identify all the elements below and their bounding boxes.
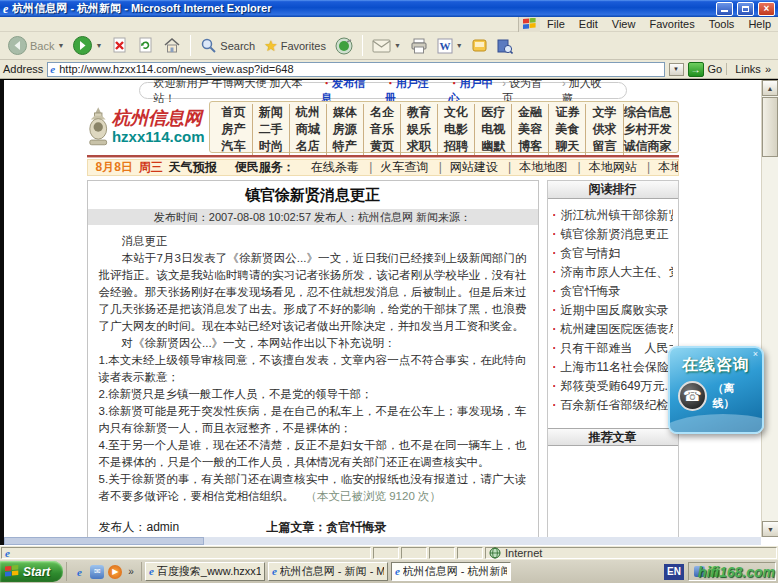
nav-link[interactable]: 金融 [512, 104, 549, 121]
nav-link[interactable]: 娱乐 [401, 121, 438, 138]
nav-link[interactable]: 乡村开发 [624, 121, 672, 138]
horizontal-scrollbar[interactable] [4, 537, 761, 545]
nav-link[interactable]: 综合信息 [624, 104, 672, 121]
refresh-button[interactable] [134, 36, 157, 55]
nav-link[interactable]: 电影 [438, 121, 475, 138]
service-link[interactable]: 在线杀毒 [307, 159, 376, 176]
site-logo[interactable]: 杭州信息网 hzxx114.com [87, 101, 205, 153]
nav-link[interactable]: 博客 [512, 138, 549, 155]
nav-link[interactable]: 黄页 [364, 138, 401, 155]
scroll-up-icon[interactable]: ▲ [762, 80, 778, 96]
close-button[interactable]: × [758, 2, 775, 16]
nav-link[interactable]: 二手 [253, 121, 290, 138]
nav-link[interactable]: 招聘 [438, 138, 475, 155]
ranking-article-link[interactable]: 贪官与情妇 [553, 245, 673, 261]
taskbar-window-button[interactable]: e 百度搜索_www.hzxx11... [145, 562, 265, 581]
ranking-article-link[interactable]: 镇官徐新贤消息更正 [553, 226, 673, 242]
nav-link[interactable]: 文学 [586, 104, 623, 121]
nav-link[interactable]: 特产 [327, 138, 364, 155]
forward-button[interactable]: ▼ [70, 35, 105, 56]
mail-dropdown-icon[interactable]: ▼ [394, 42, 401, 49]
nav-link[interactable]: 音乐 [364, 121, 401, 138]
quick-launch-mail-icon[interactable]: ✉ [90, 565, 104, 579]
nav-link[interactable]: 媒体 [327, 104, 364, 121]
nav-link[interactable]: 名企 [364, 104, 401, 121]
stop-button[interactable] [108, 36, 131, 55]
service-link[interactable]: 本地网站 [585, 159, 654, 176]
online-consult-badge[interactable]: × 在线咨询 ☎ （离线） [668, 346, 764, 434]
nav-link[interactable]: 房产 [216, 121, 253, 138]
search-button[interactable]: Search [197, 36, 258, 55]
start-button[interactable]: Start [0, 561, 63, 582]
nav-link[interactable]: 电视 [475, 121, 512, 138]
vertical-scrollbar[interactable]: ▲ ▼ [761, 80, 778, 537]
vertical-scroll-thumb[interactable] [762, 97, 778, 157]
nav-link[interactable]: 医疗 [475, 104, 512, 121]
back-dropdown-icon[interactable]: ▼ [57, 42, 64, 49]
nav-link[interactable]: 留言 [586, 138, 623, 155]
menu-item[interactable]: View [605, 18, 643, 30]
back-button[interactable]: Back ▼ [5, 35, 67, 56]
quick-launch-media-icon[interactable]: ▶ [108, 565, 122, 579]
nav-link[interactable]: 时尚 [253, 138, 290, 155]
language-indicator[interactable]: EN [664, 564, 684, 580]
nav-link[interactable]: 汽车 [216, 138, 253, 155]
menu-item[interactable]: Help [741, 18, 778, 30]
ranking-article-link[interactable]: 济南市原人大主任、党... [553, 264, 673, 280]
nav-link[interactable]: 新闻 [253, 104, 290, 121]
taskbar-window-button[interactable]: e 杭州信息网 - 杭州新闻... [391, 562, 511, 581]
forward-dropdown-icon[interactable]: ▼ [95, 42, 102, 49]
horizontal-scroll-thumb[interactable] [4, 537, 204, 545]
nav-link[interactable]: 幽默 [475, 138, 512, 155]
nav-link[interactable]: 教育 [401, 104, 438, 121]
weather-link[interactable]: 天气预报 [169, 159, 217, 176]
nav-link[interactable]: 房源 [327, 121, 364, 138]
quick-launch-chevron-icon[interactable]: » [126, 566, 136, 577]
ranking-article-link[interactable]: 只有干部难当 人民才... [553, 340, 673, 356]
nav-link[interactable]: 证券 [549, 104, 586, 121]
print-button[interactable] [407, 37, 431, 55]
service-link[interactable]: 本地电话 [654, 159, 678, 176]
menu-item[interactable]: File [540, 18, 572, 30]
scroll-down-icon[interactable]: ▼ [762, 521, 778, 537]
service-link[interactable]: 本地地图 [515, 159, 584, 176]
ranking-article-link[interactable]: 郑筱萸受贿649万元... [553, 378, 673, 394]
nav-link[interactable]: 首页 [216, 104, 253, 121]
nav-link[interactable]: 供求 [586, 121, 623, 138]
nav-link[interactable]: 杭州 [290, 104, 327, 121]
prev-article-link[interactable]: 上篇文章：贪官忏悔录 [267, 519, 387, 536]
media-button[interactable] [332, 36, 356, 56]
nav-link[interactable]: 美容 [512, 121, 549, 138]
ranking-article-link[interactable]: 近期中国反腐败实录 [553, 302, 673, 318]
restore-button[interactable] [737, 2, 754, 16]
service-link[interactable]: 网站建设 [446, 159, 515, 176]
ranking-article-link[interactable]: 杭州建国医院医德丧尽 [553, 321, 673, 337]
research-button[interactable] [494, 37, 516, 55]
quick-launch-ie-icon[interactable]: e [72, 565, 86, 579]
address-input[interactable]: e http://www.hzxx114.com/news_view.asp?i… [47, 62, 664, 77]
nav-link[interactable]: 求职 [401, 138, 438, 155]
ranking-article-link[interactable]: 百余新任省部级纪检干... [553, 397, 673, 413]
ranking-article-link[interactable]: 浙江杭州镇干部徐新贤... [553, 207, 673, 223]
nav-link[interactable]: 名店 [290, 138, 327, 155]
menu-item[interactable]: Tools [702, 18, 742, 30]
nav-link[interactable]: 文化 [438, 104, 475, 121]
badge-close-icon[interactable]: × [753, 349, 758, 359]
ranking-article-link[interactable]: 上海市11名社会保险... [553, 359, 673, 375]
nav-link[interactable]: 聊天 [549, 138, 586, 155]
mail-button[interactable]: ▼ [369, 38, 404, 54]
menu-item[interactable]: Favorites [642, 18, 701, 30]
menu-item[interactable]: Edit [572, 18, 605, 30]
minimize-button[interactable] [716, 2, 733, 16]
go-label[interactable]: Go [708, 63, 723, 75]
nav-link[interactable]: 诚信商家 [624, 138, 672, 155]
taskbar-window-button[interactable]: e 杭州信息网 - 新闻 - Mic... [268, 562, 388, 581]
nav-link[interactable]: 美食 [549, 121, 586, 138]
home-button[interactable] [160, 36, 184, 55]
address-dropdown-button[interactable]: ▼ [669, 63, 684, 76]
links-bar[interactable]: Links » [726, 63, 775, 75]
edit-dropdown-icon[interactable]: ▼ [456, 42, 463, 49]
messenger-button[interactable] [469, 37, 491, 54]
ranking-article-link[interactable]: 贪官忏悔录 [553, 283, 673, 299]
edit-with-word-button[interactable]: W ▼ [434, 37, 466, 55]
